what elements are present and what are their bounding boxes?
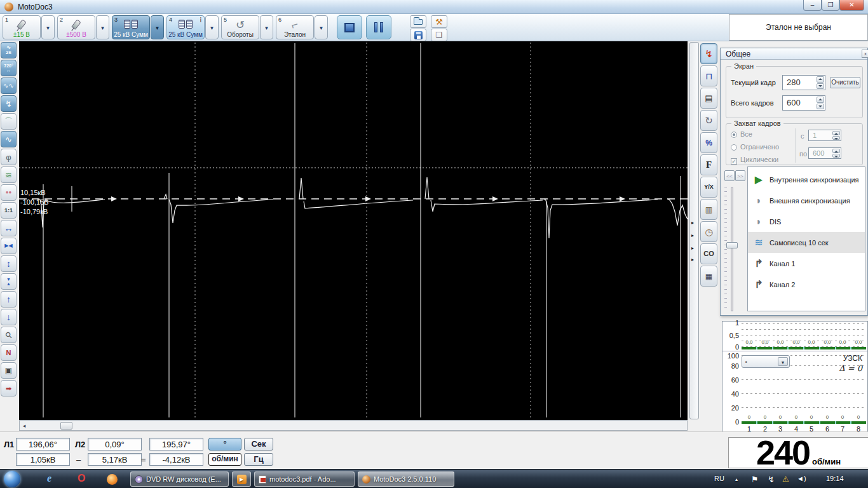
scroll-thumb[interactable] — [60, 422, 72, 430]
sidebar-normal-mode-button[interactable]: N — [1, 344, 17, 361]
from-field[interactable]: 1 — [808, 130, 841, 141]
mode-co-button[interactable]: CO — [700, 243, 717, 264]
network-warning-icon[interactable]: ⚠ — [782, 475, 789, 484]
sidebar-zoom-button[interactable]: ⚲ — [1, 327, 17, 343]
sidebar-expand-h-button[interactable]: ↔ — [1, 220, 17, 236]
task-dvd-window[interactable]: DVD RW дисковод (E... — [130, 471, 229, 487]
speaker-icon[interactable]: ◄) — [797, 475, 806, 482]
sidebar-scale-1-1-button[interactable]: 1:1 — [1, 202, 17, 219]
level-marker-icon[interactable]: ▸ — [691, 246, 694, 251]
mode-frequency-button[interactable]: F — [700, 154, 717, 175]
from-spinner[interactable] — [832, 131, 840, 140]
start-button[interactable] — [4, 471, 20, 487]
oscilloscope-display[interactable]: 10,15кВ -100,15В -10,79кВ — [19, 41, 688, 420]
etalon-dropdown[interactable]: ▼ — [315, 15, 328, 39]
tray-expand-icon[interactable]: ▴ — [735, 477, 738, 482]
pause-button[interactable] — [366, 15, 391, 39]
scroll-left-icon[interactable]: ◂ — [20, 423, 29, 429]
current-frame-field[interactable]: 280 — [782, 75, 825, 90]
sync-internal[interactable]: ▶Внутренняя синхронизация — [748, 169, 865, 190]
opera-icon[interactable]: O — [78, 473, 85, 484]
panel-title-bar[interactable]: Общее — [721, 48, 867, 60]
sidebar-ignition-pulse-button[interactable]: ↯ — [1, 95, 17, 112]
total-frames-spinner[interactable] — [817, 97, 824, 109]
sidebar-phase-button[interactable]: φ — [1, 149, 17, 165]
power-plug-icon[interactable]: ↯ — [768, 475, 775, 484]
channel-2-button[interactable]: 2 ±500 В — [57, 15, 95, 39]
clear-button[interactable]: Очистить — [830, 77, 860, 88]
channel-1-dropdown[interactable]: ▼ — [41, 15, 55, 39]
sidebar-move-up-button[interactable]: ↑ — [1, 291, 17, 308]
level-marker-icon[interactable]: ▸ — [691, 257, 694, 262]
channel-4-dropdown[interactable]: ▼ — [205, 15, 219, 39]
ie-icon[interactable]: e — [47, 473, 51, 484]
sidebar-export-button[interactable]: ➡ — [1, 380, 17, 396]
unit-degrees-button[interactable]: ° — [208, 438, 241, 451]
channel-4-button[interactable]: 4 i 25 кВ Сумм — [166, 15, 205, 39]
task-media-player[interactable]: ▶ — [232, 471, 251, 487]
sidebar-compress-v-button[interactable]: ▼ ▲ — [1, 273, 17, 290]
mode-screen-button[interactable]: ▤ — [700, 88, 717, 109]
radio-limited[interactable]: Ограничено — [731, 142, 779, 151]
frame-slider[interactable] — [731, 187, 733, 311]
slider-thumb[interactable] — [726, 242, 738, 248]
sync-channel-2[interactable]: ↱Канал 2 — [748, 274, 865, 295]
sidebar-sine-button[interactable]: ∿ — [1, 131, 17, 147]
firefox-icon[interactable] — [107, 474, 118, 485]
unit-hz-button[interactable]: Гц — [244, 453, 273, 466]
task-motodoc-window[interactable]: MotoDoc3 2.5.0.110 — [358, 471, 454, 487]
panel-close-button[interactable]: x — [862, 50, 868, 58]
mode-pulse-button[interactable]: ⊓ — [700, 65, 717, 86]
close-button[interactable]: ✕ — [839, 0, 864, 11]
mode-pump-button[interactable]: ▥ — [700, 199, 717, 220]
minimize-button[interactable]: – — [803, 0, 822, 11]
rpm-button[interactable]: 5 ↺ Обороты — [221, 15, 259, 39]
sidebar-expand-v-button[interactable]: ↕ — [1, 255, 17, 272]
sync-recorder[interactable]: ≋Самописец 10 сек — [748, 232, 865, 253]
save-button[interactable] — [410, 29, 426, 41]
channel-3-dropdown[interactable]: ▼ — [151, 15, 164, 39]
mode-duty-button[interactable]: % — [700, 132, 717, 153]
open-file-button[interactable] — [410, 15, 426, 28]
sidebar-compress-h-button[interactable]: ▶◀ — [1, 238, 17, 254]
sync-dis[interactable]: ◗DIS — [748, 211, 865, 232]
nav-back-button[interactable]: << — [724, 170, 735, 181]
to-spinner[interactable] — [832, 149, 840, 158]
mode-rotation-button[interactable]: ↻ — [700, 110, 717, 131]
action-center-flag-icon[interactable]: ⚑ — [751, 475, 759, 484]
etalon-button[interactable]: 6 ⌐ Эталон — [276, 15, 314, 39]
unit-rpm-button[interactable]: об/мин — [208, 453, 241, 466]
maximize-button[interactable]: ❐ — [822, 0, 839, 11]
mode-device-button[interactable]: ▦ — [700, 266, 717, 287]
radio-all[interactable]: Все — [731, 130, 752, 139]
sidebar-snapshot-button[interactable]: ▣ — [1, 362, 17, 379]
to-field[interactable]: 600 — [808, 147, 841, 159]
sync-channel-1[interactable]: ↱Канал 1 — [748, 253, 865, 274]
sync-external[interactable]: ◗Внешняя синхронизация — [748, 190, 865, 211]
settings-button[interactable]: ⚒ — [431, 15, 447, 28]
level-marker-icon[interactable]: ▸ — [691, 220, 694, 226]
sidebar-arc-gauge-button[interactable]: ⌒ — [1, 113, 17, 130]
channel-2-dropdown[interactable]: ▼ — [96, 15, 109, 39]
cylinder-select-dropdown[interactable]: ▪ ▼ — [742, 355, 790, 368]
sidebar-waves-button[interactable]: ≋ — [1, 166, 17, 183]
nav-forward-button[interactable]: >> — [735, 170, 745, 181]
channel-1-button[interactable]: 1 ±15 В — [3, 15, 41, 39]
level-marker-icon[interactable]: ▸ — [691, 233, 694, 238]
current-frame-spinner[interactable] — [817, 76, 824, 89]
unit-seconds-button[interactable]: Сек — [244, 438, 273, 451]
sidebar-rotation-720-button[interactable]: 720° ↔ — [1, 60, 17, 76]
sidebar-waveform-button[interactable]: ∿∿ — [1, 78, 17, 94]
channel-3-button[interactable]: 3 25 кВ Сумм — [112, 15, 150, 39]
scope-level-strip[interactable]: ▸ ▸ ▸ ▸ — [689, 42, 699, 419]
mode-spark-button[interactable]: ↯ — [700, 43, 717, 64]
report-button[interactable]: ❏ — [431, 29, 447, 41]
clock[interactable]: 19:14 — [826, 475, 844, 482]
sidebar-frame-counter-button[interactable]: ∿ 26 — [1, 42, 17, 58]
scope-hscrollbar[interactable]: ◂ — [19, 420, 688, 431]
task-pdf-window[interactable]: motodoc3.pdf - Ado... — [254, 471, 355, 487]
rpm-dropdown[interactable]: ▼ — [260, 15, 273, 39]
stop-button[interactable] — [337, 15, 362, 39]
language-indicator[interactable]: RU — [714, 475, 724, 482]
mode-yx-button[interactable]: Y/X — [700, 177, 717, 198]
